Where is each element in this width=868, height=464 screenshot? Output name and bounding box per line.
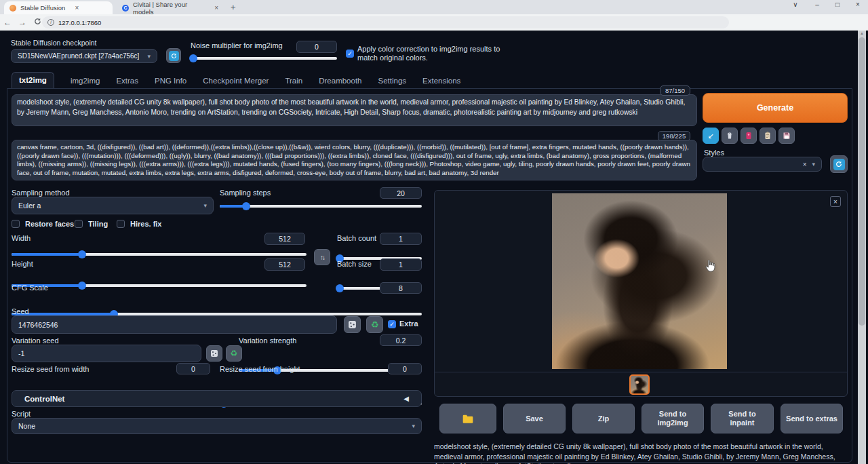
- resize-seed-height-label: Resize seed from height: [220, 365, 300, 373]
- random-variation-seed-button[interactable]: [206, 345, 222, 362]
- checkpoint-refresh-button[interactable]: [166, 48, 181, 63]
- clear-icon[interactable]: ×: [803, 161, 807, 168]
- slider-knob[interactable]: [242, 202, 250, 210]
- width-input[interactable]: [264, 233, 305, 245]
- slider-knob[interactable]: [189, 54, 197, 62]
- tab-img2img[interactable]: img2img: [71, 77, 100, 85]
- restore-faces-checkbox[interactable]: [12, 220, 20, 228]
- hires-fix-label: Hires. fix: [130, 220, 161, 228]
- window-minimize-icon[interactable]: –: [811, 1, 823, 8]
- controlnet-accordion[interactable]: ControlNet ◀: [12, 390, 422, 407]
- tab-train[interactable]: Train: [285, 77, 302, 85]
- tab-checkpoint-merger[interactable]: Checkpoint Merger: [203, 77, 269, 85]
- back-icon[interactable]: ←: [0, 18, 15, 27]
- tiling-checkbox[interactable]: [75, 220, 83, 228]
- window-chevron-icon[interactable]: ∨: [789, 1, 802, 8]
- apply-styles-button[interactable]: [760, 128, 776, 144]
- url-bar[interactable]: i 127.0.0.1:7860: [42, 16, 729, 28]
- negative-prompt-textarea[interactable]: canvas frame, cartoon, 3d, ((disfigured)…: [12, 140, 697, 180]
- browser-tab-title: Civitai | Share your models: [133, 1, 205, 16]
- tab-dreambooth[interactable]: Dreambooth: [319, 77, 361, 85]
- width-slider[interactable]: [12, 253, 307, 256]
- slider-knob[interactable]: [336, 284, 344, 292]
- tab-extensions[interactable]: Extensions: [422, 77, 460, 85]
- scrollbar-up-arrow[interactable]: ▲: [858, 31, 866, 35]
- slider-knob[interactable]: [78, 282, 86, 290]
- generation-info-text: modelshoot style, (extremely detailed CG…: [434, 442, 848, 464]
- save-label: Save: [526, 414, 543, 423]
- read-generation-params-button[interactable]: ↙: [703, 128, 719, 144]
- script-value: None: [18, 422, 35, 430]
- send-to-img2img-button[interactable]: Send to img2img: [642, 404, 704, 433]
- send-to-extras-button[interactable]: Send to extras: [781, 404, 843, 433]
- hires-fix-checkbox[interactable]: [117, 220, 125, 228]
- card-icon: [745, 132, 753, 140]
- save-button[interactable]: Save: [503, 404, 566, 433]
- controlnet-label: ControlNet: [24, 395, 64, 403]
- random-seed-button[interactable]: [344, 316, 361, 333]
- script-dropdown[interactable]: None ▾: [12, 418, 422, 434]
- page-scrollbar[interactable]: ▲: [858, 31, 866, 464]
- cfg-scale-input[interactable]: [380, 282, 422, 294]
- sampling-steps-input[interactable]: [380, 187, 422, 199]
- tab-txt2img[interactable]: txt2img: [12, 72, 54, 89]
- zip-button[interactable]: Zip: [572, 404, 635, 433]
- height-input[interactable]: [264, 258, 305, 271]
- styles-refresh-button[interactable]: [830, 155, 848, 173]
- new-tab-icon[interactable]: +: [231, 2, 236, 12]
- save-style-button[interactable]: [778, 128, 795, 144]
- noise-multiplier-input[interactable]: [296, 41, 337, 53]
- noise-multiplier-slider[interactable]: [191, 57, 337, 60]
- extra-seed-label: Extra: [399, 320, 418, 328]
- slider-knob[interactable]: [78, 250, 86, 258]
- reuse-seed-button[interactable]: ♻: [366, 316, 383, 333]
- window-maximize-icon[interactable]: □: [831, 1, 844, 8]
- browser-tab-stable-diffusion[interactable]: Stable Diffusion ×: [4, 1, 113, 14]
- chevron-down-icon: ▾: [147, 53, 151, 60]
- batch-count-input[interactable]: [380, 233, 422, 245]
- forward-icon[interactable]: →: [15, 18, 30, 27]
- sampling-method-dropdown[interactable]: Euler a ▾: [12, 197, 214, 214]
- stable-diffusion-favicon: [9, 5, 16, 12]
- height-slider[interactable]: [12, 284, 307, 287]
- tab-settings[interactable]: Settings: [378, 77, 407, 85]
- page-info-icon[interactable]: i: [47, 19, 54, 26]
- extra-seed-checkbox[interactable]: ✓: [388, 320, 396, 328]
- styles-dropdown[interactable]: × ▾: [703, 157, 822, 172]
- resize-seed-width-input[interactable]: [176, 363, 210, 374]
- generated-image[interactable]: [552, 193, 727, 369]
- refresh-icon: [833, 159, 845, 170]
- stable-diffusion-webui: Stable Diffusion checkpoint SD15NewVAEpr…: [0, 31, 868, 464]
- variation-seed-input[interactable]: [12, 345, 201, 362]
- reuse-variation-seed-button[interactable]: ♻: [226, 345, 242, 362]
- hand-cursor: [705, 259, 715, 272]
- variation-strength-input[interactable]: [380, 334, 422, 346]
- prompt-textarea[interactable]: modelshoot style, (extremely detailed CG…: [12, 94, 697, 126]
- tab-png-info[interactable]: PNG Info: [155, 77, 186, 85]
- clipboard-icon: [764, 132, 772, 140]
- extra-networks-button[interactable]: [741, 128, 757, 144]
- tab-close-icon[interactable]: ×: [75, 4, 79, 12]
- sampling-steps-slider[interactable]: [220, 205, 422, 208]
- seed-input[interactable]: [12, 315, 337, 334]
- open-folder-button[interactable]: [439, 404, 496, 433]
- main-tab-bar: txt2img img2img Extras PNG Info Checkpoi…: [12, 72, 460, 89]
- civitai-favicon: C: [122, 5, 129, 12]
- resize-seed-height-input[interactable]: [388, 363, 422, 374]
- batch-size-input[interactable]: [380, 258, 422, 271]
- generate-button[interactable]: Generate: [703, 93, 848, 123]
- send-to-inpaint-button[interactable]: Send to inpaint: [711, 404, 774, 433]
- clear-prompt-button[interactable]: [722, 128, 738, 144]
- swap-dimensions-button[interactable]: ↑↓: [314, 249, 330, 265]
- close-gallery-icon[interactable]: ×: [830, 196, 841, 207]
- browser-tab-civitai[interactable]: C Civitai | Share your models ×: [117, 1, 224, 14]
- gallery-thumbnail-selected[interactable]: [629, 374, 650, 395]
- browser-toolbar: ← → i 127.0.0.1:7860 ☆ ⊞ ✦ ≡ ▯ ⋮: [0, 14, 868, 31]
- generate-label: Generate: [757, 103, 793, 113]
- window-close-icon[interactable]: ×: [852, 1, 864, 8]
- scrollbar-thumb[interactable]: [859, 37, 865, 326]
- checkpoint-dropdown[interactable]: SD15NewVAEpruned.ckpt [27a4ac756c] ▾: [11, 49, 157, 63]
- color-correction-checkbox[interactable]: ✓: [346, 50, 354, 58]
- tab-extras[interactable]: Extras: [116, 77, 138, 85]
- tab-close-icon[interactable]: ×: [214, 4, 218, 12]
